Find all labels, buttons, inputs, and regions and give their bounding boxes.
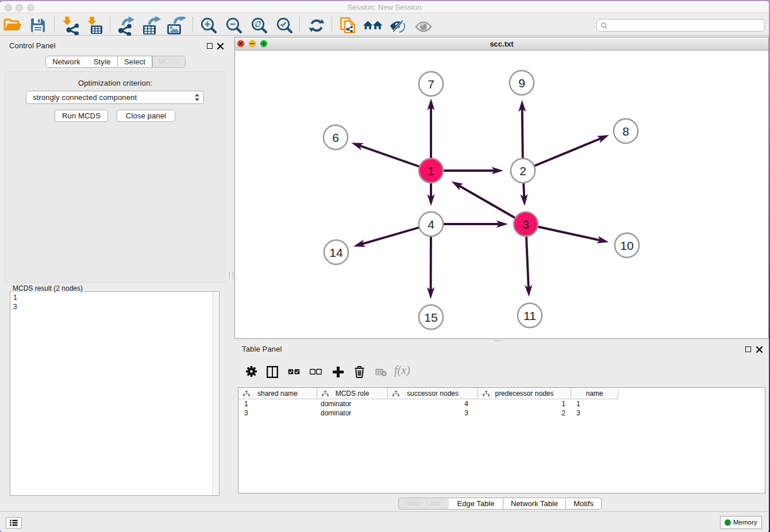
- svg-text:9: 9: [518, 76, 525, 90]
- svg-text:15: 15: [424, 311, 437, 324]
- svg-text:2: 2: [519, 164, 526, 178]
- svg-text:10: 10: [620, 239, 633, 252]
- svg-text:11: 11: [523, 309, 536, 322]
- svg-text:14: 14: [329, 246, 343, 259]
- svg-text:4: 4: [428, 218, 434, 231]
- svg-text:7: 7: [428, 78, 434, 91]
- svg-text:1: 1: [428, 164, 434, 178]
- svg-text:6: 6: [332, 131, 339, 144]
- svg-text:8: 8: [622, 125, 629, 138]
- svg-text:3: 3: [522, 218, 529, 231]
